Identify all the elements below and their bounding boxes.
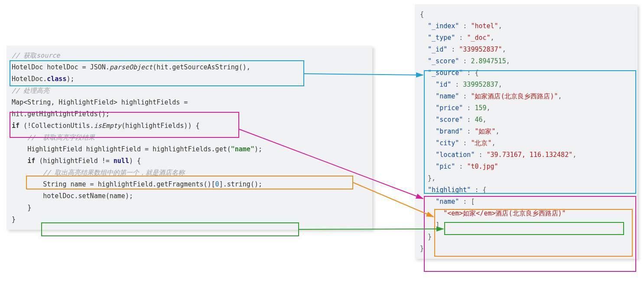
comment-highlight: // 处理高亮 bbox=[12, 87, 49, 95]
diagram-container: // 获取source HotelDoc hotelDoc = JSON.par… bbox=[4, 4, 640, 293]
line-highlight-fields: Map<String, HighlightField> highlightFie… bbox=[12, 98, 188, 118]
k-pic: "pic" bbox=[436, 163, 455, 170]
k-type: "_type" bbox=[428, 34, 455, 42]
line-parse: HotelDoc hotelDoc = JSON.parseObject(hit… bbox=[12, 63, 250, 83]
java-code-panel: // 获取source HotelDoc hotelDoc = JSON.par… bbox=[7, 46, 372, 230]
line-setname: hotelDoc.setName(name); bbox=[43, 192, 133, 200]
comment-fragment: // 取出高亮结果数组中的第一个，就是酒店名称 bbox=[43, 169, 185, 176]
source-close: }, bbox=[428, 174, 436, 182]
comment-get-source: // 获取source bbox=[12, 52, 60, 59]
v-brand: "如家" bbox=[475, 127, 495, 135]
json-root-open: { bbox=[420, 10, 424, 18]
v-type: "_doc" bbox=[467, 34, 490, 42]
k-hlname: "name" bbox=[436, 198, 459, 206]
k-source: "_source" bbox=[428, 69, 463, 77]
v-loc: "39.73167, 116.132482" bbox=[487, 151, 573, 159]
v-index: "hotel" bbox=[471, 22, 498, 30]
line-if-notnull: if (highlightField != null) { bbox=[27, 157, 141, 165]
v-hlfragment: "<em>如家</em>酒店(北京良乡西路店)" bbox=[443, 209, 566, 217]
v-sscore: 46 bbox=[475, 116, 482, 124]
k-highlight: "highlight" bbox=[428, 186, 471, 194]
line-if-notempty: if (!CollectionUtils.isEmpty(highlightFi… bbox=[12, 122, 200, 130]
json-panel: { "_index" : "hotel", "_type" : "_doc", … bbox=[415, 4, 637, 259]
v-price: 159 bbox=[475, 104, 486, 112]
k-sscore: "score" bbox=[436, 116, 463, 124]
v-id: "339952837" bbox=[459, 46, 502, 53]
brace-close-inner: } bbox=[27, 204, 31, 212]
k-name: "name" bbox=[436, 92, 459, 100]
k-price: "price" bbox=[436, 104, 463, 112]
hl-close: } bbox=[428, 233, 432, 241]
k-score: "_score" bbox=[428, 57, 459, 65]
hlname-close: ] bbox=[436, 221, 439, 229]
k-city: "city" bbox=[436, 139, 459, 147]
k-brand: "brand" bbox=[436, 127, 463, 135]
k-loc: "location" bbox=[436, 151, 475, 159]
line-fragment: String name = highlightField.getFragment… bbox=[43, 180, 262, 188]
brace-close-outer: } bbox=[12, 215, 16, 223]
k-index: "_index" bbox=[428, 22, 459, 30]
v-name: "如家酒店(北京良乡西路店)" bbox=[471, 92, 558, 100]
v-sid: 339952837 bbox=[463, 81, 498, 88]
k-id: "_id" bbox=[428, 46, 447, 53]
v-city: "北京" bbox=[471, 139, 491, 147]
v-pic: "t0.jpg" bbox=[467, 163, 498, 170]
k-sid: "id" bbox=[436, 81, 451, 88]
line-get-highlightfield: HighlightField highlightField = highligh… bbox=[27, 145, 262, 153]
comment-get-field-result: // 获取高亮字段结果 bbox=[27, 134, 95, 141]
json-root-close: } bbox=[420, 245, 424, 252]
v-score: 2.8947515 bbox=[471, 57, 506, 65]
